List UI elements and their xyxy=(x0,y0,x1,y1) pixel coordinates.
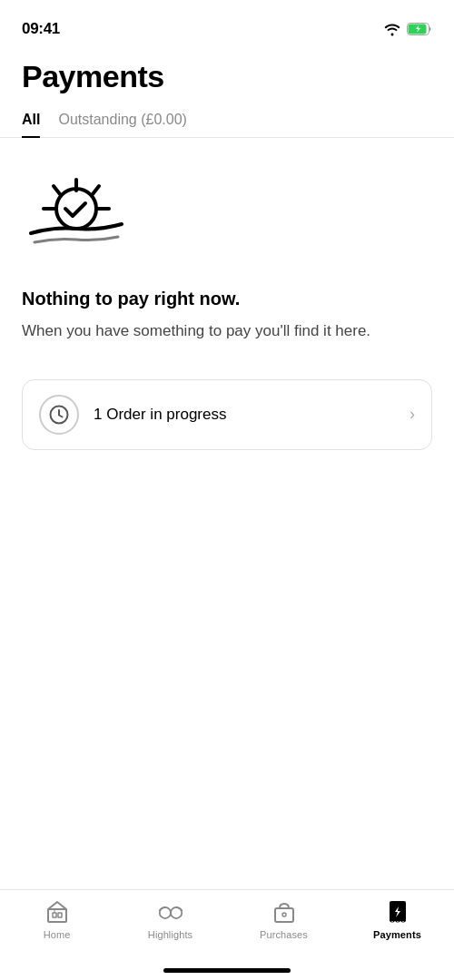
status-icons xyxy=(383,23,432,36)
tabs: All Outstanding (£0.00) xyxy=(0,97,454,138)
home-indicator xyxy=(163,968,291,973)
page-title: Payments xyxy=(22,60,432,93)
svg-rect-9 xyxy=(48,909,66,922)
sun-check-icon xyxy=(22,174,131,265)
status-time: 09:41 xyxy=(22,20,60,38)
tab-all[interactable]: All xyxy=(22,112,40,137)
empty-title: Nothing to pay right now. xyxy=(22,287,240,310)
empty-state: Nothing to pay right now. When you have … xyxy=(0,138,454,343)
nav-item-highlights[interactable]: Highlights xyxy=(139,899,202,940)
purchases-icon xyxy=(271,899,297,925)
nav-label-highlights: Highlights xyxy=(148,929,192,940)
svg-point-16 xyxy=(282,913,286,916)
clock-icon xyxy=(39,395,79,435)
nav-label-payments: Payments xyxy=(373,929,421,940)
svg-rect-11 xyxy=(58,913,62,917)
bottom-nav: Home Highlights xyxy=(0,889,454,980)
order-section: 1 Order in progress › xyxy=(0,343,454,450)
chevron-right-icon: › xyxy=(410,405,415,424)
home-icon xyxy=(44,899,70,925)
order-row[interactable]: 1 Order in progress › xyxy=(22,379,432,450)
empty-description: When you have something to pay you'll fi… xyxy=(22,319,370,343)
nav-label-home: Home xyxy=(44,929,71,940)
nav-item-purchases[interactable]: Purchases xyxy=(252,899,316,940)
battery-icon xyxy=(407,23,432,35)
svg-point-7 xyxy=(56,189,96,229)
status-bar: 09:41 xyxy=(0,0,454,45)
svg-rect-10 xyxy=(53,913,56,917)
order-label: 1 Order in progress xyxy=(94,406,410,424)
svg-line-5 xyxy=(54,186,60,194)
nav-label-purchases: Purchases xyxy=(260,929,308,940)
svg-line-3 xyxy=(93,186,99,194)
highlights-icon xyxy=(158,899,183,925)
nav-item-payments[interactable]: Payments xyxy=(366,899,429,940)
payments-icon xyxy=(385,899,410,925)
nav-item-home[interactable]: Home xyxy=(25,899,89,940)
svg-rect-15 xyxy=(275,908,293,922)
page-header: Payments xyxy=(0,45,454,93)
tab-outstanding[interactable]: Outstanding (£0.00) xyxy=(58,112,186,137)
wifi-icon xyxy=(383,23,401,36)
